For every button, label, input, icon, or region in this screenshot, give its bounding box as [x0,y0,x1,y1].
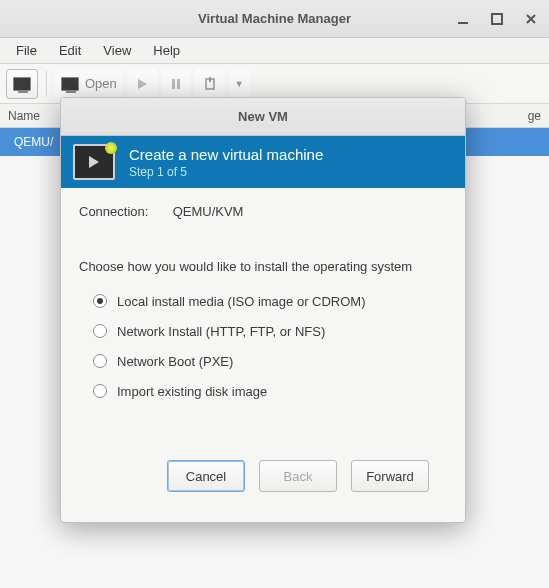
chevron-down-icon: ▼ [235,79,244,89]
radio-label: Network Install (HTTP, FTP, or NFS) [117,324,325,339]
back-button[interactable]: Back [259,460,337,492]
toolbar-separator [46,71,47,97]
menu-edit[interactable]: Edit [49,40,91,61]
radio-network-install[interactable]: Network Install (HTTP, FTP, or NFS) [93,316,447,346]
radio-local-media[interactable]: Local install media (ISO image or CDROM) [93,286,447,316]
radio-label: Local install media (ISO image or CDROM) [117,294,366,309]
svg-rect-2 [172,79,175,89]
maximize-button[interactable] [485,7,509,31]
open-button[interactable]: Open [55,69,123,99]
connection-row-display: Connection: QEMU/KVM [79,204,447,219]
dialog-body: Connection: QEMU/KVM Choose how you woul… [61,188,465,522]
column-name[interactable]: Name [8,109,40,123]
menu-file[interactable]: File [6,40,47,61]
menubar: File Edit View Help [0,38,549,64]
play-icon [89,156,99,168]
connection-row-label: QEMU/ [14,135,53,149]
open-button-label: Open [85,76,117,91]
titlebar: Virtual Machine Manager [0,0,549,38]
vm-hero-icon [73,144,115,180]
column-usage[interactable]: ge [528,109,541,123]
forward-button[interactable]: Forward [351,460,429,492]
dialog-hero: Create a new virtual machine Step 1 of 5 [61,136,465,188]
dialog-title: New VM [61,98,465,136]
button-label: Forward [366,469,414,484]
shutdown-menu-button[interactable]: ▼ [229,69,250,99]
radio-label: Import existing disk image [117,384,267,399]
radio-icon [93,324,107,338]
connection-value: QEMU/KVM [173,204,244,219]
install-method-group: Local install media (ISO image or CDROM)… [79,286,447,406]
monitor-icon [61,77,79,91]
dialog-actions: Cancel Back Forward [79,446,447,510]
hero-step: Step 1 of 5 [129,165,323,179]
menu-help[interactable]: Help [143,40,190,61]
run-button[interactable] [127,69,157,99]
titlebar-controls [451,7,543,31]
svg-rect-3 [177,79,180,89]
close-button[interactable] [519,7,543,31]
menu-view[interactable]: View [93,40,141,61]
new-vm-dialog: New VM Create a new virtual machine Step… [60,97,466,523]
radio-icon [93,354,107,368]
hero-title: Create a new virtual machine [129,146,323,163]
cancel-button[interactable]: Cancel [167,460,245,492]
radio-label: Network Boot (PXE) [117,354,233,369]
svg-rect-5 [209,77,211,82]
radio-import-disk[interactable]: Import existing disk image [93,376,447,406]
svg-rect-1 [492,14,502,24]
install-prompt: Choose how you would like to install the… [79,259,447,274]
button-label: Cancel [186,469,226,484]
hero-text: Create a new virtual machine Step 1 of 5 [129,146,323,179]
pause-button[interactable] [161,69,191,99]
radio-network-boot[interactable]: Network Boot (PXE) [93,346,447,376]
new-vm-button[interactable] [6,69,38,99]
monitor-icon [13,77,31,91]
window-title: Virtual Machine Manager [198,11,351,26]
connection-label: Connection: [79,204,169,219]
svg-rect-0 [458,22,468,24]
shutdown-button[interactable] [195,69,225,99]
button-label: Back [284,469,313,484]
radio-icon [93,384,107,398]
minimize-button[interactable] [451,7,475,31]
radio-icon [93,294,107,308]
